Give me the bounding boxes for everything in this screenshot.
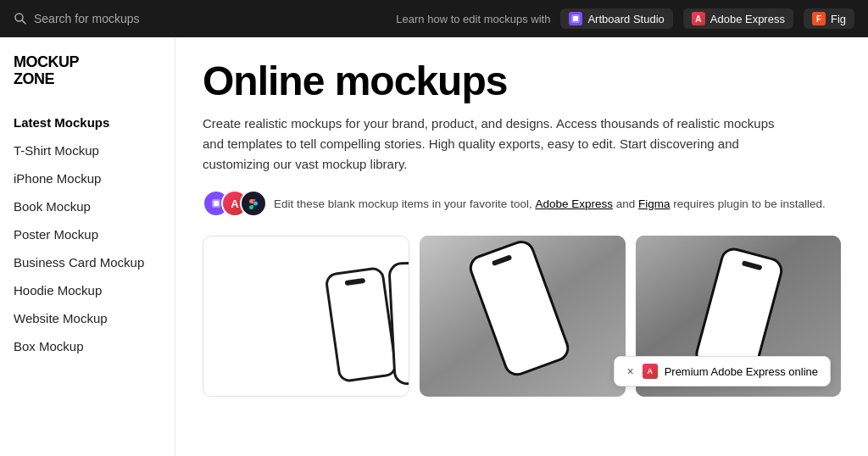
tool-icons: A	[203, 190, 264, 217]
phones-illustration	[298, 248, 314, 384]
main-layout: MOCKUP ZONE Latest Mockups T-Shirt Mocku…	[0, 37, 868, 456]
card-2-bg	[420, 236, 625, 397]
sidebar-nav: Latest Mockups T-Shirt Mockup iPhone Moc…	[14, 108, 175, 360]
svg-line-1	[22, 20, 25, 24]
mockup-card-angled-grey[interactable]	[420, 236, 625, 397]
page-title: Online mockups	[203, 61, 841, 102]
learn-text: Learn how to edit mockups with	[396, 13, 550, 25]
sidebar-item-website-mockup[interactable]: Website Mockup	[14, 304, 175, 332]
figma-circle-icon	[240, 190, 267, 217]
adobe-express-badge-icon: A	[643, 364, 658, 379]
adobe-icon: A	[692, 12, 705, 25]
figma-label: Fig	[831, 13, 846, 25]
mockup-card-three-phones[interactable]	[203, 236, 409, 397]
artboard-label: Artboard Studio	[587, 13, 664, 25]
figma-icon: F	[812, 12, 826, 25]
page-description: Create realistic mockups for your brand,…	[203, 114, 796, 175]
artboard-icon	[569, 12, 582, 25]
search-icon	[14, 12, 27, 25]
sidebar: MOCKUP ZONE Latest Mockups T-Shirt Mocku…	[0, 37, 175, 456]
adobe-label: Adobe Express	[710, 13, 785, 25]
phone-angled-grey	[466, 236, 573, 379]
sidebar-item-iphone-mockup[interactable]: iPhone Mockup	[14, 164, 175, 192]
svg-rect-5	[214, 201, 219, 206]
topbar: Search for mockups Learn how to edit moc…	[0, 0, 868, 37]
close-button[interactable]: ×	[626, 364, 633, 378]
sidebar-item-business-card-mockup[interactable]: Business Card Mockup	[14, 248, 175, 276]
sidebar-item-tshirt-mockup[interactable]: T-Shirt Mockup	[14, 136, 175, 164]
premium-badge-label: Premium Adobe Express online	[665, 365, 818, 378]
figma-link[interactable]: Figma	[638, 197, 670, 210]
phone-left	[324, 266, 398, 383]
content-area: Online mockups Create realistic mockups …	[175, 37, 868, 456]
tool-info-bar: A Edit these blank mockup items in your …	[203, 190, 841, 217]
svg-rect-3	[573, 16, 578, 21]
sidebar-item-book-mockup[interactable]: Book Mockup	[14, 192, 175, 220]
phone-notch-angled	[492, 254, 513, 266]
logo: MOCKUP ZONE	[14, 54, 175, 88]
sidebar-item-hoodie-mockup[interactable]: Hoodie Mockup	[14, 276, 175, 304]
search-bar[interactable]: Search for mockups	[14, 12, 386, 25]
phone-notch-left	[345, 278, 366, 286]
sidebar-item-box-mockup[interactable]: Box Mockup	[14, 332, 175, 360]
phone-notch-angled-2	[742, 260, 763, 270]
figma-button[interactable]: F Fig	[804, 8, 854, 29]
adobe-express-button[interactable]: A Adobe Express	[683, 8, 793, 29]
sidebar-item-latest-mockups[interactable]: Latest Mockups	[14, 108, 175, 136]
artboard-studio-button[interactable]: Artboard Studio	[560, 8, 672, 29]
adobe-express-link[interactable]: Adobe Express	[535, 197, 613, 210]
premium-badge: × A Premium Adobe Express online	[614, 356, 831, 386]
mockup-grid: × A Premium Adobe Express online	[203, 236, 841, 397]
sidebar-item-poster-mockup[interactable]: Poster Mockup	[14, 220, 175, 248]
tool-info-text: Edit these blank mockup items in your fa…	[274, 197, 826, 210]
search-placeholder: Search for mockups	[34, 12, 140, 25]
